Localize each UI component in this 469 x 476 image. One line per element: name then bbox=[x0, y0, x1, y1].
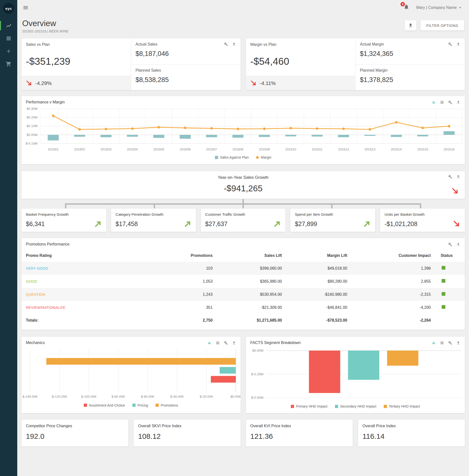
kpi-row: Sales vs Plan -$351,239 -4.29% Actual Sa… bbox=[21, 38, 465, 90]
table-view-icon[interactable] bbox=[440, 341, 444, 345]
sidebar-item-add[interactable] bbox=[0, 45, 17, 58]
promo-rating-cell[interactable]: GOOD bbox=[21, 275, 155, 288]
sales-lift-cell: $365,980.00 bbox=[217, 275, 286, 288]
promo-rating-cell[interactable]: QUESTION bbox=[21, 288, 155, 301]
filter-options-button[interactable]: FILTER OPTIONS bbox=[420, 20, 464, 31]
promotions-cell: 103 bbox=[155, 262, 217, 275]
table-row[interactable]: QUESTION1,243$530,954.00-$160,980.00-2,3… bbox=[21, 288, 465, 301]
svg-text:$-0.10M: $-0.10M bbox=[26, 142, 38, 145]
svg-text:$-100.00K: $-100.00K bbox=[81, 395, 97, 398]
notifications-button[interactable]: 9 bbox=[403, 4, 409, 11]
kpi-label: Sales vs Plan bbox=[21, 38, 131, 47]
svg-text:201507: 201507 bbox=[206, 148, 217, 151]
mechanics-chart: $-140.00K$-120.00K$-100.00K$-80.00K$-60.… bbox=[21, 346, 241, 401]
customer-impact-cell: -2,264 bbox=[352, 314, 435, 327]
download-button[interactable] bbox=[405, 20, 417, 31]
basket-frequency-growth-card: Basket Frequency Growth $6,341 bbox=[21, 208, 106, 232]
plus-icon bbox=[6, 48, 12, 54]
user-label: Mary | Company Name bbox=[416, 5, 457, 10]
wrench-icon[interactable] bbox=[224, 341, 228, 345]
app-root: eyc 9 Mary | Company Name bbox=[0, 0, 469, 476]
table-view-icon[interactable] bbox=[440, 100, 444, 104]
download-icon[interactable] bbox=[456, 242, 460, 246]
wrench-icon[interactable] bbox=[448, 341, 452, 345]
promo-rating-cell[interactable]: VERY GOOD bbox=[21, 262, 155, 275]
promotions-cell: 1,053 bbox=[155, 275, 217, 288]
legend-item: Primary HHD Impact bbox=[291, 404, 328, 408]
trend-up-icon bbox=[274, 220, 281, 228]
promotions-cell: 351 bbox=[155, 301, 217, 314]
customer-traffic-growth-card: Customer Traffic Growth $27,637 bbox=[201, 208, 286, 232]
table-view-icon[interactable] bbox=[216, 341, 220, 345]
logo-text: eyc bbox=[5, 6, 12, 11]
performance-legend: Sales Against PlanMargin bbox=[21, 153, 465, 163]
legend-item: Pricing bbox=[132, 403, 148, 407]
bar-chart-view-icon[interactable] bbox=[432, 100, 436, 104]
promo-rating-link[interactable]: GOOD bbox=[26, 279, 37, 283]
stat-value: 121.36 bbox=[250, 432, 348, 441]
table-row[interactable]: GOOD1,053$365,980.00$80,280.002,855 bbox=[21, 275, 465, 288]
wrench-icon[interactable] bbox=[448, 242, 452, 246]
customer-impact-cell: -2,315 bbox=[352, 288, 435, 301]
download-icon[interactable] bbox=[456, 341, 460, 345]
download-icon[interactable] bbox=[456, 100, 460, 104]
kpi-label: Margin vs Plan bbox=[246, 38, 355, 47]
promo-rating-link[interactable]: QUESTION bbox=[26, 292, 45, 296]
status-cell bbox=[435, 301, 465, 314]
category-penetration-growth-card: Category Penetration Growth $17,458 bbox=[111, 208, 196, 232]
user-menu[interactable]: Mary | Company Name bbox=[416, 5, 463, 10]
promo-rating-link[interactable]: REVIEW/RATIONALIZE bbox=[26, 305, 66, 310]
bar-chart-view-icon[interactable] bbox=[208, 341, 212, 345]
svg-text:201515: 201515 bbox=[417, 148, 428, 151]
column-header: Customer Impact bbox=[352, 249, 435, 262]
hamburger-menu-icon[interactable] bbox=[23, 5, 29, 11]
column-header: Sales Lift bbox=[217, 249, 286, 262]
download-icon[interactable] bbox=[456, 42, 460, 46]
status-cell bbox=[435, 262, 465, 275]
download-icon[interactable] bbox=[232, 341, 236, 345]
margin-lift-cell: -$160,980.00 bbox=[286, 288, 352, 301]
growth-label: Category Penetration Growth bbox=[116, 212, 191, 216]
stat-value: 116.14 bbox=[363, 432, 460, 441]
svg-text:$-20.00K: $-20.00K bbox=[200, 395, 213, 398]
stat-label: Overall KVI Price Index bbox=[250, 424, 348, 428]
table-row[interactable]: VERY GOOD103$396,060.00$49,018.001,396 bbox=[21, 262, 465, 275]
wrench-icon[interactable] bbox=[224, 42, 228, 46]
promotions-cell: 1,243 bbox=[155, 288, 217, 301]
main-area: 9 Mary | Company Name Overview 201501-20… bbox=[17, 0, 469, 476]
trend-down-icon bbox=[26, 80, 32, 86]
wrench-icon[interactable] bbox=[448, 100, 452, 104]
stat-value: 108.12 bbox=[138, 432, 236, 441]
facts-segment-breakdown-card: FACTS Segment Breakdown $0.00M$-0.25M$-0… bbox=[246, 336, 465, 413]
promotions-cell: 2,750 bbox=[155, 314, 217, 327]
wrench-icon[interactable] bbox=[448, 42, 452, 46]
kpi-delta-strip: -4.29% bbox=[21, 76, 131, 90]
sidebar-item-grid[interactable] bbox=[0, 32, 17, 45]
download-icon[interactable] bbox=[456, 175, 460, 179]
promo-rating-link[interactable]: VERY GOOD bbox=[26, 266, 48, 270]
bar-chart-view-icon[interactable] bbox=[432, 341, 436, 345]
svg-text:201504: 201504 bbox=[127, 148, 138, 151]
promo-rating-cell[interactable]: REVIEW/RATIONALIZE bbox=[21, 301, 155, 314]
sidebar-item-overview[interactable] bbox=[0, 19, 17, 32]
status-indicator bbox=[442, 279, 445, 283]
promotions-table: Promo RatingPromotionsSales LiftMargin L… bbox=[21, 249, 465, 327]
download-icon[interactable] bbox=[232, 42, 236, 46]
svg-text:201514: 201514 bbox=[391, 148, 402, 151]
chevron-down-icon bbox=[458, 5, 463, 10]
svg-text:$0.00M: $0.00M bbox=[27, 133, 37, 137]
performance-chart: $0.30M$0.20M$0.10M$0.00M$-0.10M201501201… bbox=[21, 106, 465, 153]
svg-text:$0.00K: $0.00K bbox=[230, 395, 240, 398]
sales-lift-cell: $1,271,685.00 bbox=[217, 314, 286, 327]
kpi-sub-label: Planned Margin bbox=[360, 68, 460, 73]
table-row[interactable]: REVIEW/RATIONALIZE351-$21,309.00-$46,841… bbox=[21, 301, 465, 314]
sidebar-item-cart[interactable] bbox=[0, 58, 17, 70]
panel-title: Promotions Performance bbox=[26, 242, 69, 246]
trend-down-icon bbox=[250, 80, 257, 86]
panel-title: FACTS Segment Breakdown bbox=[250, 341, 301, 345]
grid-icon bbox=[6, 35, 12, 41]
panel-title: Performance v Margin bbox=[26, 100, 65, 104]
growth-label: Units per Basket Growth bbox=[384, 212, 460, 216]
margin-lift-cell: $49,018.00 bbox=[286, 262, 352, 275]
wrench-icon[interactable] bbox=[448, 175, 452, 179]
